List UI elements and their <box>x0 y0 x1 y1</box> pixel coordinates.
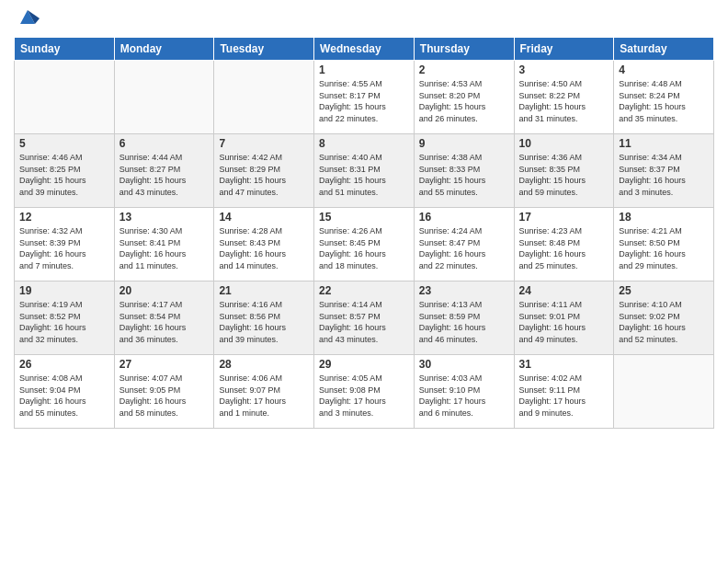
header <box>14 9 714 29</box>
day-cell: 8Sunrise: 4:40 AM Sunset: 8:31 PM Daylig… <box>314 134 415 208</box>
day-cell: 1Sunrise: 4:55 AM Sunset: 8:17 PM Daylig… <box>314 61 415 134</box>
day-cell: 20Sunrise: 4:17 AM Sunset: 8:54 PM Dayli… <box>114 282 214 355</box>
week-row-5: 26Sunrise: 4:08 AM Sunset: 9:04 PM Dayli… <box>15 355 714 429</box>
day-cell: 5Sunrise: 4:46 AM Sunset: 8:25 PM Daylig… <box>15 134 115 208</box>
day-info: Sunrise: 4:14 AM Sunset: 8:57 PM Dayligh… <box>319 299 409 345</box>
day-info: Sunrise: 4:10 AM Sunset: 9:02 PM Dayligh… <box>619 299 709 345</box>
day-info: Sunrise: 4:21 AM Sunset: 8:50 PM Dayligh… <box>619 225 709 271</box>
week-row-4: 19Sunrise: 4:19 AM Sunset: 8:52 PM Dayli… <box>15 282 714 355</box>
day-cell: 26Sunrise: 4:08 AM Sunset: 9:04 PM Dayli… <box>15 355 115 429</box>
day-cell: 3Sunrise: 4:50 AM Sunset: 8:22 PM Daylig… <box>514 61 614 134</box>
day-info: Sunrise: 4:16 AM Sunset: 8:56 PM Dayligh… <box>219 299 309 345</box>
day-number: 16 <box>419 211 509 224</box>
weekday-tuesday: Tuesday <box>214 38 314 61</box>
day-info: Sunrise: 4:38 AM Sunset: 8:33 PM Dayligh… <box>419 152 509 198</box>
day-cell <box>114 61 214 134</box>
day-info: Sunrise: 4:08 AM Sunset: 9:04 PM Dayligh… <box>19 373 109 419</box>
day-cell: 30Sunrise: 4:03 AM Sunset: 9:10 PM Dayli… <box>414 355 514 429</box>
page: SundayMondayTuesdayWednesdayThursdayFrid… <box>0 0 728 563</box>
day-cell: 18Sunrise: 4:21 AM Sunset: 8:50 PM Dayli… <box>614 208 714 282</box>
day-number: 2 <box>419 63 509 76</box>
day-info: Sunrise: 4:36 AM Sunset: 8:35 PM Dayligh… <box>519 152 609 198</box>
day-number: 4 <box>619 63 709 76</box>
weekday-wednesday: Wednesday <box>314 38 415 61</box>
day-cell: 15Sunrise: 4:26 AM Sunset: 8:45 PM Dayli… <box>314 208 415 282</box>
day-cell: 14Sunrise: 4:28 AM Sunset: 8:43 PM Dayli… <box>214 208 314 282</box>
day-info: Sunrise: 4:48 AM Sunset: 8:24 PM Dayligh… <box>619 78 709 124</box>
day-number: 20 <box>119 284 210 297</box>
day-cell: 28Sunrise: 4:06 AM Sunset: 9:07 PM Dayli… <box>214 355 314 429</box>
day-cell: 21Sunrise: 4:16 AM Sunset: 8:56 PM Dayli… <box>214 282 314 355</box>
weekday-monday: Monday <box>114 38 214 61</box>
week-row-2: 5Sunrise: 4:46 AM Sunset: 8:25 PM Daylig… <box>15 134 714 208</box>
day-number: 19 <box>19 284 109 297</box>
day-number: 31 <box>519 358 609 371</box>
day-number: 13 <box>119 211 210 224</box>
day-number: 10 <box>519 137 609 150</box>
day-cell: 22Sunrise: 4:14 AM Sunset: 8:57 PM Dayli… <box>314 282 415 355</box>
day-cell: 27Sunrise: 4:07 AM Sunset: 9:05 PM Dayli… <box>114 355 214 429</box>
day-number: 1 <box>319 63 409 76</box>
day-cell: 4Sunrise: 4:48 AM Sunset: 8:24 PM Daylig… <box>614 61 714 134</box>
day-number: 23 <box>419 284 509 297</box>
logo <box>14 9 40 29</box>
day-cell: 17Sunrise: 4:23 AM Sunset: 8:48 PM Dayli… <box>514 208 614 282</box>
day-number: 29 <box>319 358 409 371</box>
day-cell: 19Sunrise: 4:19 AM Sunset: 8:52 PM Dayli… <box>15 282 115 355</box>
week-row-3: 12Sunrise: 4:32 AM Sunset: 8:39 PM Dayli… <box>15 208 714 282</box>
weekday-friday: Friday <box>514 38 614 61</box>
weekday-thursday: Thursday <box>414 38 514 61</box>
day-number: 18 <box>619 211 709 224</box>
day-cell: 7Sunrise: 4:42 AM Sunset: 8:29 PM Daylig… <box>214 134 314 208</box>
day-info: Sunrise: 4:06 AM Sunset: 9:07 PM Dayligh… <box>219 373 309 419</box>
day-info: Sunrise: 4:17 AM Sunset: 8:54 PM Dayligh… <box>119 299 210 345</box>
day-cell: 11Sunrise: 4:34 AM Sunset: 8:37 PM Dayli… <box>614 134 714 208</box>
day-number: 26 <box>19 358 109 371</box>
day-number: 8 <box>319 137 409 150</box>
day-number: 11 <box>619 137 709 150</box>
day-info: Sunrise: 4:07 AM Sunset: 9:05 PM Dayligh… <box>119 373 210 419</box>
calendar-table: SundayMondayTuesdayWednesdayThursdayFrid… <box>14 37 714 429</box>
day-cell: 10Sunrise: 4:36 AM Sunset: 8:35 PM Dayli… <box>514 134 614 208</box>
day-number: 25 <box>619 284 709 297</box>
day-info: Sunrise: 4:03 AM Sunset: 9:10 PM Dayligh… <box>419 373 509 419</box>
day-cell <box>214 61 314 134</box>
day-number: 12 <box>19 211 109 224</box>
day-info: Sunrise: 4:24 AM Sunset: 8:47 PM Dayligh… <box>419 225 509 271</box>
day-number: 3 <box>519 63 609 76</box>
day-number: 9 <box>419 137 509 150</box>
day-number: 5 <box>19 137 109 150</box>
day-cell: 2Sunrise: 4:53 AM Sunset: 8:20 PM Daylig… <box>414 61 514 134</box>
day-cell: 23Sunrise: 4:13 AM Sunset: 8:59 PM Dayli… <box>414 282 514 355</box>
day-info: Sunrise: 4:11 AM Sunset: 9:01 PM Dayligh… <box>519 299 609 345</box>
day-info: Sunrise: 4:02 AM Sunset: 9:11 PM Dayligh… <box>519 373 609 419</box>
day-cell: 12Sunrise: 4:32 AM Sunset: 8:39 PM Dayli… <box>15 208 115 282</box>
day-number: 17 <box>519 211 609 224</box>
day-number: 15 <box>319 211 409 224</box>
day-info: Sunrise: 4:55 AM Sunset: 8:17 PM Dayligh… <box>319 78 409 124</box>
day-number: 24 <box>519 284 609 297</box>
day-number: 28 <box>219 358 309 371</box>
day-cell: 9Sunrise: 4:38 AM Sunset: 8:33 PM Daylig… <box>414 134 514 208</box>
day-cell: 16Sunrise: 4:24 AM Sunset: 8:47 PM Dayli… <box>414 208 514 282</box>
day-info: Sunrise: 4:30 AM Sunset: 8:41 PM Dayligh… <box>119 225 210 271</box>
day-info: Sunrise: 4:05 AM Sunset: 9:08 PM Dayligh… <box>319 373 409 419</box>
day-number: 7 <box>219 137 309 150</box>
day-info: Sunrise: 4:40 AM Sunset: 8:31 PM Dayligh… <box>319 152 409 198</box>
week-row-1: 1Sunrise: 4:55 AM Sunset: 8:17 PM Daylig… <box>15 61 714 134</box>
day-cell <box>614 355 714 429</box>
weekday-sunday: Sunday <box>15 38 115 61</box>
day-cell: 13Sunrise: 4:30 AM Sunset: 8:41 PM Dayli… <box>114 208 214 282</box>
day-cell <box>15 61 115 134</box>
day-number: 14 <box>219 211 309 224</box>
day-number: 22 <box>319 284 409 297</box>
day-info: Sunrise: 4:23 AM Sunset: 8:48 PM Dayligh… <box>519 225 609 271</box>
day-number: 21 <box>219 284 309 297</box>
day-info: Sunrise: 4:50 AM Sunset: 8:22 PM Dayligh… <box>519 78 609 124</box>
day-info: Sunrise: 4:32 AM Sunset: 8:39 PM Dayligh… <box>19 225 109 271</box>
weekday-header-row: SundayMondayTuesdayWednesdayThursdayFrid… <box>15 38 714 61</box>
day-number: 27 <box>119 358 210 371</box>
day-cell: 29Sunrise: 4:05 AM Sunset: 9:08 PM Dayli… <box>314 355 415 429</box>
day-info: Sunrise: 4:19 AM Sunset: 8:52 PM Dayligh… <box>19 299 109 345</box>
day-number: 30 <box>419 358 509 371</box>
